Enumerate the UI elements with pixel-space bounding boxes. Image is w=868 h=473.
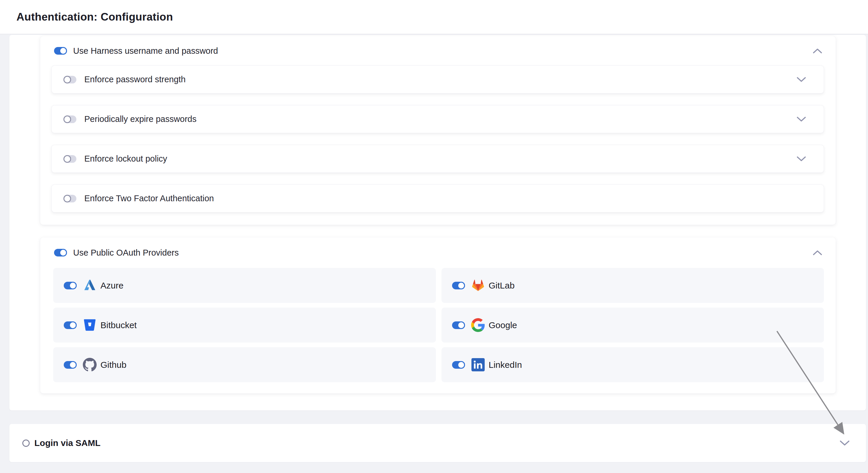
linkedin-icon xyxy=(471,358,485,372)
toggle-knob xyxy=(457,282,465,289)
setting-periodically-expire-passwords[interactable]: Periodically expire passwords xyxy=(52,105,824,133)
setting-label: Enforce Two Factor Authentication xyxy=(84,194,214,203)
bitbucket-toggle[interactable] xyxy=(64,321,77,329)
page-header: Authentication: Configuration xyxy=(0,0,868,34)
setting-enforce-two-factor-authentication[interactable]: Enforce Two Factor Authentication xyxy=(52,185,824,212)
provider-tile-bitbucket: Bitbucket xyxy=(53,308,436,343)
google-toggle[interactable] xyxy=(452,321,465,329)
provider-tile-gitlab: GitLab xyxy=(441,268,824,303)
setting-label: Enforce lockout policy xyxy=(84,154,167,164)
provider-label: Bitbucket xyxy=(100,320,136,330)
toggle-knob xyxy=(457,361,465,369)
section-card-username-password: Use Harness username and password Enforc… xyxy=(40,36,836,225)
provider-label: Github xyxy=(100,360,126,370)
provider-tile-github: Github xyxy=(53,347,436,382)
page-title: Authentication: Configuration xyxy=(17,11,173,23)
gitlab-toggle[interactable] xyxy=(452,282,465,289)
azure-toggle[interactable] xyxy=(64,282,77,289)
provider-tile-azure: Azure xyxy=(53,268,436,303)
github-toggle[interactable] xyxy=(64,361,77,369)
username-password-section-header: Use Harness username and password xyxy=(40,36,836,65)
saml-radio-button[interactable] xyxy=(22,440,30,447)
provider-label: LinkedIn xyxy=(489,360,522,370)
oauth-section-label: Use Public OAuth Providers xyxy=(73,248,179,258)
saml-label: Login via SAML xyxy=(34,438,100,448)
provider-label: Google xyxy=(489,320,517,330)
auth-settings-panel: Use Harness username and password Enforc… xyxy=(9,35,866,410)
chevron-down-icon[interactable] xyxy=(839,440,850,446)
linkedin-toggle[interactable] xyxy=(452,361,465,369)
chevron-down-icon[interactable] xyxy=(797,117,806,122)
toggle-knob xyxy=(457,321,465,329)
toggle-knob xyxy=(63,116,71,123)
google-icon xyxy=(471,318,485,332)
gitlab-icon xyxy=(471,279,485,292)
azure-icon xyxy=(83,279,97,292)
provider-label: Azure xyxy=(100,281,123,290)
provider-tile-linkedin: LinkedIn xyxy=(441,347,824,382)
periodically-expire-passwords-toggle[interactable] xyxy=(63,116,76,123)
toggle-knob xyxy=(69,321,77,329)
setting-label: Enforce password strength xyxy=(84,75,186,84)
oauth-section-header: Use Public OAuth Providers xyxy=(40,238,836,268)
github-icon xyxy=(83,358,97,372)
section-card-oauth: Use Public OAuth Providers Azure xyxy=(40,238,836,393)
enforce-password-strength-toggle[interactable] xyxy=(63,76,76,84)
toggle-knob xyxy=(63,76,71,84)
chevron-down-icon[interactable] xyxy=(797,156,806,161)
saml-accordion-row[interactable]: Login via SAML xyxy=(9,424,866,462)
toggle-knob xyxy=(69,282,77,289)
provider-label: GitLab xyxy=(489,281,515,290)
username-password-section-label: Use Harness username and password xyxy=(73,46,218,56)
toggle-knob xyxy=(59,47,67,55)
enforce-two-factor-toggle[interactable] xyxy=(63,195,76,202)
chevron-up-icon[interactable] xyxy=(813,49,822,54)
toggle-knob xyxy=(69,361,77,369)
toggle-knob xyxy=(59,249,67,256)
enforce-lockout-policy-toggle[interactable] xyxy=(63,155,76,163)
toggle-knob xyxy=(63,195,71,202)
provider-tile-google: Google xyxy=(441,308,824,343)
oauth-toggle[interactable] xyxy=(54,249,67,256)
bitbucket-icon xyxy=(83,318,97,332)
setting-enforce-password-strength[interactable]: Enforce password strength xyxy=(52,65,824,93)
chevron-up-icon[interactable] xyxy=(813,250,822,255)
password-sub-settings: Enforce password strength Periodically e… xyxy=(40,65,836,212)
username-password-toggle[interactable] xyxy=(54,47,67,55)
setting-label: Periodically expire passwords xyxy=(84,114,196,124)
setting-enforce-lockout-policy[interactable]: Enforce lockout policy xyxy=(52,145,824,173)
chevron-down-icon[interactable] xyxy=(797,77,806,82)
oauth-provider-grid: Azure GitLab xyxy=(40,268,836,382)
toggle-knob xyxy=(63,155,71,163)
